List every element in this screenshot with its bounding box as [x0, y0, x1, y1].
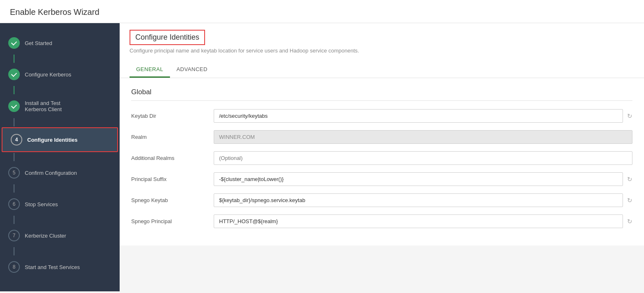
input-wrap-principal-suffix: ↻	[214, 172, 632, 186]
label-spnego-principal: Spnego Principal	[131, 218, 214, 224]
content-header-title: Configure Identities	[130, 30, 205, 45]
label-principal-suffix: Principal Suffix	[131, 176, 214, 182]
section-title: Global	[131, 88, 632, 101]
content-header-subtitle: Configure principal name and keytab loca…	[130, 48, 634, 59]
label-keytab-dir: Keytab Dir	[131, 113, 214, 119]
tabs: GENERAL ADVANCED	[130, 62, 634, 78]
input-spnego-principal[interactable]	[214, 214, 623, 228]
step-connector-4	[14, 153, 14, 161]
sidebar-item-label-8: Start and Test Services	[25, 264, 80, 270]
tab-general[interactable]: GENERAL	[130, 62, 170, 78]
step-circle-5: 5	[8, 167, 20, 179]
sidebar-item-label-7: Kerberize Cluster	[25, 233, 66, 239]
form-row-keytab-dir: Keytab Dir ↻	[131, 109, 632, 123]
label-spnego-keytab: Spnego Keytab	[131, 197, 214, 203]
content-area: Configure Identities Configure principal…	[120, 23, 644, 291]
input-wrap-additional-realms	[214, 151, 632, 165]
sidebar-item-label-5: Confirm Configuration	[25, 170, 77, 176]
input-realm	[214, 130, 632, 144]
step-circle-7: 7	[8, 230, 20, 241]
refresh-icon-spnego-keytab[interactable]: ↻	[627, 197, 632, 204]
label-realm: Realm	[131, 134, 214, 140]
input-principal-suffix[interactable]	[214, 172, 623, 186]
label-additional-realms: Additional Realms	[131, 155, 214, 161]
tab-advanced[interactable]: ADVANCED	[170, 62, 214, 78]
step-connector-3	[14, 118, 14, 126]
refresh-icon-principal-suffix[interactable]: ↻	[627, 176, 632, 183]
form-row-principal-suffix: Principal Suffix ↻	[131, 172, 632, 186]
sidebar-item-stop-services[interactable]: 6 Stop Services	[0, 193, 120, 216]
sidebar-item-label-6: Stop Services	[25, 201, 58, 207]
input-wrap-spnego-keytab: ↻	[214, 193, 632, 207]
refresh-icon-keytab-dir[interactable]: ↻	[627, 112, 632, 120]
input-wrap-realm	[214, 130, 632, 144]
step-circle-1	[8, 37, 20, 49]
sidebar-item-configure-kerberos[interactable]: Configure Kerberos	[0, 63, 120, 86]
sidebar: Get Started Configure Kerberos Install a…	[0, 23, 120, 291]
step-circle-6: 6	[8, 198, 20, 210]
input-wrap-spnego-principal: ↻	[214, 214, 632, 228]
input-keytab-dir[interactable]	[214, 109, 623, 123]
sidebar-item-label-2: Configure Kerberos	[25, 71, 71, 78]
sidebar-item-label-3: Install and Test Kerberos Client	[25, 100, 62, 112]
input-additional-realms[interactable]	[214, 151, 632, 165]
sidebar-item-kerberize-cluster[interactable]: 7 Kerberize Cluster	[0, 224, 120, 247]
sidebar-item-install-test[interactable]: Install and Test Kerberos Client	[0, 94, 120, 118]
content-header: Configure Identities Configure principal…	[120, 23, 644, 78]
input-spnego-keytab[interactable]	[214, 193, 623, 207]
step-circle-3	[8, 100, 20, 112]
form-row-additional-realms: Additional Realms	[131, 151, 632, 165]
step-circle-2	[8, 69, 20, 80]
step-connector-7	[14, 247, 14, 255]
step-connector-6	[14, 216, 14, 224]
sidebar-item-label-1: Get Started	[25, 40, 52, 46]
page-title: Enable Kerberos Wizard	[0, 0, 644, 23]
step-connector-5	[14, 184, 14, 193]
step-circle-8: 8	[8, 261, 20, 273]
refresh-icon-spnego-principal[interactable]: ↻	[627, 218, 632, 225]
input-wrap-keytab-dir: ↻	[214, 109, 632, 123]
sidebar-item-label-4: Configure Identities	[27, 137, 78, 143]
step-circle-4: 4	[11, 134, 22, 145]
form-row-spnego-keytab: Spnego Keytab ↻	[131, 193, 632, 207]
sidebar-item-confirm-configuration[interactable]: 5 Confirm Configuration	[0, 161, 120, 184]
sidebar-item-start-test-services[interactable]: 8 Start and Test Services	[0, 255, 120, 279]
form-row-spnego-principal: Spnego Principal ↻	[131, 214, 632, 228]
step-connector-1	[14, 55, 14, 63]
form-row-realm: Realm	[131, 130, 632, 144]
step-connector-2	[14, 86, 14, 94]
sidebar-item-configure-identities[interactable]: 4 Configure Identities	[2, 127, 118, 152]
sidebar-item-get-started[interactable]: Get Started	[0, 31, 120, 55]
form-area: Global Keytab Dir ↻ Realm Additional Rea…	[120, 78, 644, 245]
